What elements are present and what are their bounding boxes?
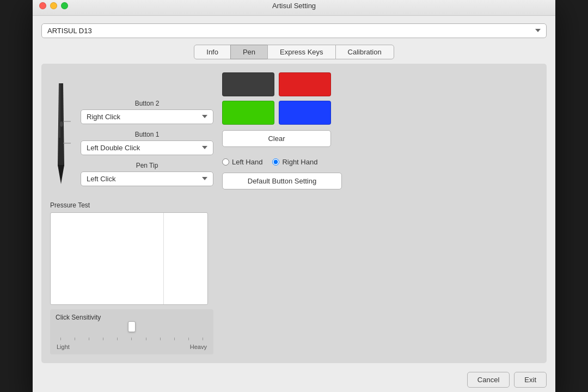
tick: [188, 338, 189, 340]
pressure-canvas[interactable]: [50, 212, 208, 305]
left-hand-text: Left Hand: [232, 158, 262, 166]
right-controls: Left Hand Right Hand Default Button Sett…: [222, 158, 538, 189]
tick: [103, 338, 103, 340]
pen-tip-label: Pen Tip: [81, 162, 213, 169]
maximize-button[interactable]: [61, 2, 68, 9]
pen-tip-select[interactable]: Left Click Right Click Middle Click Disa…: [81, 171, 213, 186]
sensitivity-label: Click Sensitivity: [56, 314, 208, 321]
button2-row: Button 2 Right Click Left Click Middle C…: [81, 100, 213, 124]
minimize-button[interactable]: [50, 2, 57, 9]
tick: [203, 338, 203, 340]
title-bar: Artisul Setting: [33, 0, 555, 16]
svg-rect-2: [59, 83, 60, 138]
tick: [160, 338, 161, 340]
slider-track-wrapper: [57, 326, 207, 336]
left-hand-radio[interactable]: [222, 158, 229, 166]
button-settings: Button 2 Right Click Left Click Middle C…: [81, 72, 213, 193]
clear-button[interactable]: Clear: [222, 130, 331, 147]
color-button-blue[interactable]: [279, 101, 331, 125]
right-hand-text: Right Hand: [282, 158, 317, 166]
button1-select[interactable]: Left Double Click Left Click Right Click…: [81, 140, 213, 155]
bottom-buttons: Cancel Exit: [41, 372, 547, 388]
cancel-button[interactable]: Cancel: [467, 372, 510, 388]
tick-marks: [57, 338, 207, 340]
button1-label: Button 1: [81, 131, 213, 138]
button2-select[interactable]: Right Click Left Click Middle Click Disa…: [81, 109, 213, 124]
sensitivity-slider[interactable]: [57, 326, 207, 328]
window-body: ARTISUL D13 Info Pen Express Keys Calibr…: [33, 16, 555, 393]
pen-illustration: [50, 72, 72, 187]
slider-max-label: Heavy: [190, 344, 207, 350]
color-button-dark-gray[interactable]: [222, 72, 274, 96]
tick: [117, 338, 118, 340]
sensitivity-area: Click Sensitivity: [50, 309, 213, 354]
window-title: Artisul Setting: [272, 2, 316, 10]
tick: [60, 338, 61, 340]
svg-point-3: [60, 121, 63, 127]
pressure-section: Pressure Test: [50, 201, 213, 305]
tick: [131, 338, 132, 340]
exit-button[interactable]: Exit: [514, 372, 547, 388]
slider-wrapper: Light Heavy: [56, 326, 208, 350]
right-panel: Clear Left Hand Right Hand: [222, 72, 538, 354]
default-button-setting[interactable]: Default Button Setting: [222, 173, 342, 189]
button1-row: Button 1 Left Double Click Left Click Ri…: [81, 131, 213, 155]
tick: [146, 338, 146, 340]
tab-calibration[interactable]: Calibration: [335, 45, 394, 59]
main-window: Artisul Setting ARTISUL D13 Info Pen Exp…: [33, 0, 555, 392]
device-select[interactable]: ARTISUL D13: [41, 23, 547, 38]
button2-label: Button 2: [81, 100, 213, 107]
pen-tip-row: Pen Tip Left Click Right Click Middle Cl…: [81, 162, 213, 186]
left-hand-label[interactable]: Left Hand: [222, 158, 262, 166]
slider-min-label: Light: [57, 344, 70, 350]
color-button-red[interactable]: [279, 72, 331, 96]
tab-info[interactable]: Info: [194, 45, 231, 59]
pressure-divider: [163, 213, 164, 304]
tick: [89, 338, 89, 340]
tab-pen[interactable]: Pen: [230, 45, 268, 59]
content-area: Button 2 Right Click Left Click Middle C…: [41, 64, 547, 363]
pen-section: Button 2 Right Click Left Click Middle C…: [50, 72, 213, 193]
tick: [174, 338, 175, 340]
tabs-row: Info Pen Express Keys Calibration: [41, 45, 547, 59]
tab-express-keys[interactable]: Express Keys: [267, 45, 335, 59]
slider-labels: Light Heavy: [57, 344, 207, 350]
right-hand-label[interactable]: Right Hand: [272, 158, 317, 166]
hand-selection: Left Hand Right Hand: [222, 158, 538, 166]
color-button-green[interactable]: [222, 101, 274, 125]
pen-svg: [51, 78, 71, 187]
left-panel: Button 2 Right Click Left Click Middle C…: [50, 72, 213, 354]
right-hand-radio[interactable]: [272, 158, 279, 166]
color-buttons-grid: [222, 72, 331, 125]
device-select-row: ARTISUL D13: [41, 23, 547, 38]
pressure-label: Pressure Test: [50, 201, 213, 209]
tick: [75, 338, 75, 340]
traffic-lights: [39, 2, 68, 9]
close-button[interactable]: [39, 2, 46, 9]
